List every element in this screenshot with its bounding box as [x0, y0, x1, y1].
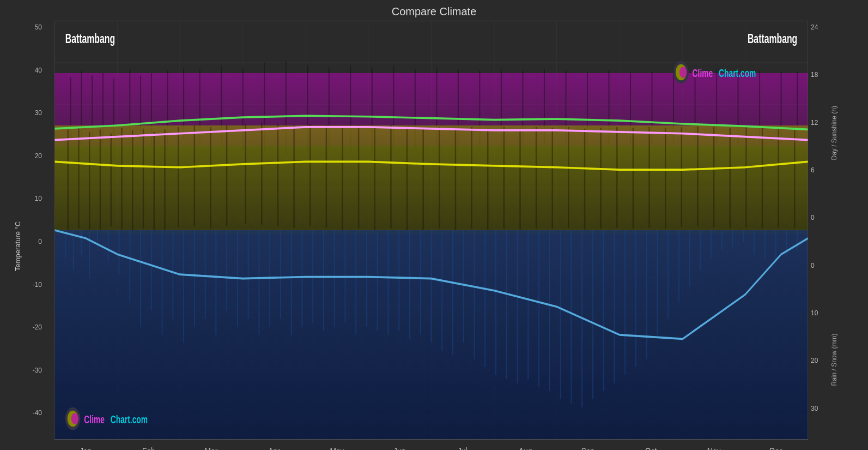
y-axis-left-label: Temperature °C — [11, 21, 25, 450]
svg-text:Apr: Apr — [268, 446, 280, 450]
chart-left-city: Battambang — [65, 32, 115, 46]
y-axis-left-ticks: 50 40 30 20 10 0 -10 -20 -30 -40 -50 — [25, 21, 44, 450]
svg-text:Aug: Aug — [519, 446, 532, 450]
svg-point-204 — [679, 67, 687, 78]
svg-text:May: May — [330, 446, 344, 450]
y-axis-right-ticks: 24 18 12 6 0 0 10 20 30 40 — [808, 21, 828, 450]
chart-main: Battambang Battambang — [54, 21, 808, 450]
chart-area: Temperature °C 50 40 30 20 10 0 -10 -20 … — [11, 21, 857, 450]
page-title: Compare Climate — [11, 5, 857, 18]
svg-text:Nov: Nov — [707, 446, 721, 450]
page-container: Compare Climate Temperature °C 50 40 30 … — [0, 0, 868, 450]
y-axis-right-bottom-label: Rain / Snow (mm) — [828, 247, 841, 451]
svg-text:Jun: Jun — [393, 446, 405, 450]
svg-text:Feb: Feb — [142, 446, 155, 450]
chart-svg: Battambang Battambang — [54, 21, 808, 450]
svg-text:Jan: Jan — [80, 446, 92, 450]
svg-text:Mar: Mar — [205, 446, 218, 450]
right-axis-col: 24 18 12 6 0 0 10 20 30 40 Day / Sunshin… — [808, 21, 857, 450]
x-axis-labels: Jan Feb Mar Apr May Jun Jul Aug Sep Oct … — [80, 446, 783, 450]
y-axis-right-top-label: Day / Sunshine (h) — [828, 21, 841, 246]
svg-text:Jul: Jul — [458, 446, 468, 450]
svg-text:Chart.com: Chart.com — [719, 67, 756, 80]
sunshine-fill — [54, 122, 808, 234]
svg-text:Sep: Sep — [581, 446, 595, 450]
svg-text:Chart.com: Chart.com — [111, 413, 148, 427]
svg-rect-60 — [54, 125, 808, 234]
left-axis-col: Temperature °C 50 40 30 20 10 0 -10 -20 … — [11, 21, 54, 450]
svg-text:Dec: Dec — [769, 446, 783, 450]
svg-text:Oct: Oct — [645, 446, 657, 450]
svg-text:Clime: Clime — [84, 413, 105, 427]
svg-point-199 — [71, 413, 79, 424]
chart-right-city: Battambang — [748, 32, 797, 46]
svg-text:Clime: Clime — [693, 67, 713, 80]
rain-fill — [54, 230, 808, 440]
